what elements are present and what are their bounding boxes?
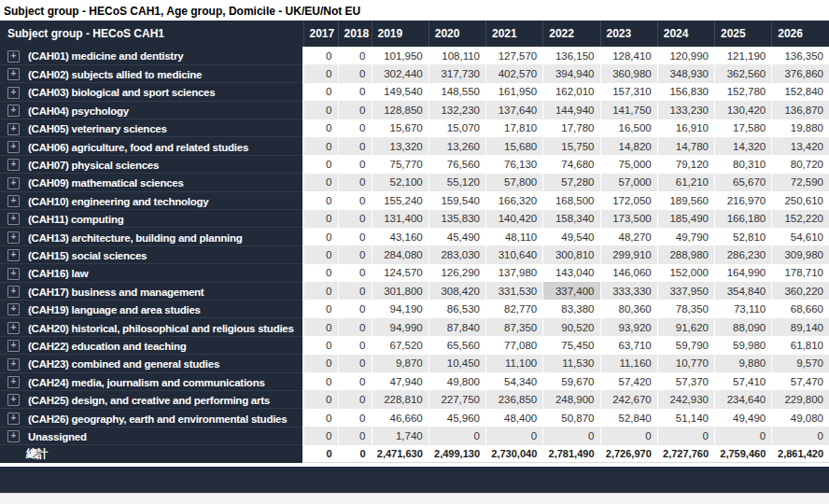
value-cell[interactable]: 65,560 xyxy=(429,336,485,354)
value-cell[interactable]: 49,540 xyxy=(543,228,600,245)
value-cell[interactable]: 83,380 xyxy=(543,300,600,317)
value-cell[interactable]: 159,540 xyxy=(429,191,485,209)
expand-plus-icon[interactable]: + xyxy=(7,123,20,135)
column-header-year-2023[interactable]: 2023 xyxy=(600,21,657,47)
column-header-year-2026[interactable]: 2026 xyxy=(772,21,829,47)
total-cell[interactable]: 2,726,970 xyxy=(600,445,657,463)
value-cell[interactable]: 78,350 xyxy=(657,300,714,317)
value-cell[interactable]: 164,990 xyxy=(715,264,772,282)
value-cell[interactable]: 162,010 xyxy=(543,83,600,101)
value-cell[interactable]: 137,640 xyxy=(486,101,543,119)
value-cell[interactable]: 0 xyxy=(338,174,372,191)
row-label[interactable]: +(CAH17) business and management xyxy=(0,282,303,300)
value-cell[interactable]: 46,660 xyxy=(372,409,429,427)
value-cell[interactable]: 248,900 xyxy=(543,390,600,408)
value-cell[interactable]: 72,590 xyxy=(772,174,829,191)
total-cell[interactable]: 2,861,420 xyxy=(772,445,829,463)
value-cell[interactable]: 130,420 xyxy=(715,101,772,119)
value-cell[interactable]: 135,830 xyxy=(429,210,485,228)
total-cell[interactable]: 0 xyxy=(338,445,372,463)
value-cell[interactable]: 124,570 xyxy=(372,264,429,282)
row-label[interactable]: +(CAH05) veterinary sciences xyxy=(0,119,303,137)
row-label[interactable]: +(CAH22) education and teaching xyxy=(0,336,303,354)
total-cell[interactable]: 2,499,130 xyxy=(429,445,485,463)
value-cell[interactable]: 77,080 xyxy=(486,336,543,354)
value-cell[interactable]: 156,830 xyxy=(657,83,714,101)
value-cell[interactable]: 0 xyxy=(338,47,372,64)
value-cell[interactable]: 0 xyxy=(303,390,338,408)
row-label[interactable]: +(CAH02) subjects allied to medicine xyxy=(0,64,303,82)
value-cell[interactable]: 394,940 xyxy=(543,64,600,82)
value-cell[interactable]: 108,110 xyxy=(429,47,485,64)
value-cell[interactable]: 87,840 xyxy=(429,318,485,336)
value-cell[interactable]: 166,180 xyxy=(715,210,772,228)
row-label[interactable]: +(CAH13) architecture, building and plan… xyxy=(0,228,303,245)
row-label[interactable]: +(CAH19) language and area studies xyxy=(0,300,303,317)
value-cell[interactable]: 148,550 xyxy=(429,83,485,101)
row-label[interactable]: +(CAH24) media, journalism and communica… xyxy=(0,372,303,390)
value-cell[interactable]: 93,920 xyxy=(600,318,657,336)
value-cell[interactable]: 0 xyxy=(303,155,338,173)
expand-plus-icon[interactable]: + xyxy=(7,159,20,171)
value-cell[interactable]: 15,750 xyxy=(543,137,600,155)
value-cell[interactable]: 0 xyxy=(303,83,338,101)
value-cell[interactable]: 9,870 xyxy=(372,355,429,372)
value-cell[interactable]: 49,790 xyxy=(657,228,714,245)
column-header-year-2024[interactable]: 2024 xyxy=(657,21,714,47)
value-cell[interactable]: 242,670 xyxy=(600,390,657,408)
column-header-year-2020[interactable]: 2020 xyxy=(429,21,485,47)
value-cell[interactable]: 309,980 xyxy=(772,245,829,263)
value-cell[interactable]: 337,400 xyxy=(543,282,600,300)
value-cell[interactable]: 80,360 xyxy=(600,300,657,317)
value-cell[interactable]: 45,960 xyxy=(429,409,485,427)
value-cell[interactable]: 67,520 xyxy=(372,336,429,354)
value-cell[interactable]: 54,610 xyxy=(772,228,829,245)
value-cell[interactable]: 57,470 xyxy=(772,372,829,390)
value-cell[interactable]: 57,420 xyxy=(600,372,657,390)
value-cell[interactable]: 284,080 xyxy=(372,245,429,263)
value-cell[interactable]: 120,990 xyxy=(657,47,714,64)
expand-plus-icon[interactable]: + xyxy=(7,50,20,63)
value-cell[interactable]: 333,330 xyxy=(600,282,657,300)
total-cell[interactable]: 2,727,760 xyxy=(657,445,714,463)
value-cell[interactable]: 0 xyxy=(303,282,338,300)
value-cell[interactable]: 0 xyxy=(543,427,600,444)
value-cell[interactable]: 16,910 xyxy=(657,119,714,137)
value-cell[interactable]: 88,090 xyxy=(715,318,772,336)
value-cell[interactable]: 52,810 xyxy=(715,228,772,245)
value-cell[interactable]: 0 xyxy=(338,427,372,444)
value-cell[interactable]: 185,490 xyxy=(657,210,714,228)
value-cell[interactable]: 143,040 xyxy=(543,264,600,282)
value-cell[interactable]: 94,990 xyxy=(372,318,429,336)
value-cell[interactable]: 68,660 xyxy=(772,300,829,317)
value-cell[interactable]: 0 xyxy=(338,137,372,155)
value-cell[interactable]: 0 xyxy=(772,427,829,444)
value-cell[interactable]: 376,860 xyxy=(772,64,829,82)
value-cell[interactable]: 0 xyxy=(338,83,372,101)
value-cell[interactable]: 0 xyxy=(303,137,338,155)
value-cell[interactable]: 127,570 xyxy=(486,47,543,64)
value-cell[interactable]: 0 xyxy=(303,245,338,263)
value-cell[interactable]: 0 xyxy=(303,300,338,317)
value-cell[interactable]: 0 xyxy=(338,318,372,336)
value-cell[interactable]: 128,410 xyxy=(600,47,657,64)
total-cell[interactable]: 2,730,040 xyxy=(486,445,543,463)
value-cell[interactable]: 301,800 xyxy=(372,282,429,300)
value-cell[interactable]: 132,230 xyxy=(429,101,485,119)
value-cell[interactable]: 288,980 xyxy=(657,245,714,263)
value-cell[interactable]: 0 xyxy=(303,318,338,336)
row-label[interactable]: +(CAH23) combined and general studies xyxy=(0,355,303,372)
total-cell[interactable]: 2,471,630 xyxy=(372,445,429,463)
value-cell[interactable]: 300,810 xyxy=(543,245,600,263)
value-cell[interactable]: 331,530 xyxy=(486,282,543,300)
value-cell[interactable]: 131,400 xyxy=(372,210,429,228)
total-cell[interactable]: 2,759,460 xyxy=(715,445,772,463)
value-cell[interactable]: 43,160 xyxy=(372,228,429,245)
value-cell[interactable]: 141,750 xyxy=(600,101,657,119)
value-cell[interactable]: 75,770 xyxy=(372,155,429,173)
value-cell[interactable]: 121,190 xyxy=(715,47,772,64)
value-cell[interactable]: 80,720 xyxy=(772,155,829,173)
value-cell[interactable]: 157,310 xyxy=(600,83,657,101)
column-header-year-2019[interactable]: 2019 xyxy=(372,21,429,47)
expand-plus-icon[interactable]: + xyxy=(7,177,20,189)
